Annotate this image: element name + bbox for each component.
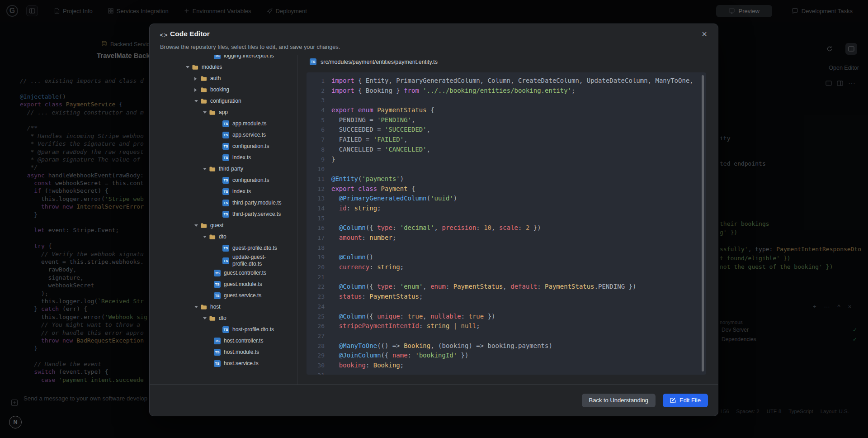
tree-file-guest.service.ts[interactable]: TSguest.service.ts (150, 290, 297, 301)
code-line: 28 @ManyToOne(() => Booking, (booking) =… (309, 341, 706, 351)
code-text (331, 95, 335, 105)
chevron-down-icon[interactable] (194, 100, 200, 102)
tree-file-guest.module.ts[interactable]: TSguest.module.ts (150, 279, 297, 290)
tree-folder-dto[interactable]: dto (150, 231, 297, 243)
line-number: 10 (309, 164, 325, 174)
tree-item-label: host-profile.dto.ts (232, 326, 297, 333)
tree-folder-configuration[interactable]: configuration (150, 95, 297, 107)
tree-file-index.ts[interactable]: TSindex.ts (150, 186, 297, 197)
edit-file-button[interactable]: Edit File (663, 394, 708, 407)
code-text (331, 164, 335, 174)
tree-file-third-party.service.ts[interactable]: TSthird-party.service.ts (150, 209, 297, 220)
code-text: amount: number; (331, 233, 396, 243)
tree-file-update-guest-profile.dto.ts[interactable]: TSupdate-guest-profile.dto.ts (150, 254, 297, 267)
code-line: 12export class Payment { (309, 184, 706, 194)
tree-file-host-profile.dto.ts[interactable]: TShost-profile.dto.ts (150, 324, 297, 335)
tree-folder-dto[interactable]: dto (150, 313, 297, 324)
tree-item-label: app (219, 109, 297, 116)
line-number: 19 (309, 252, 325, 262)
tree-file-guest.controller.ts[interactable]: TSguest.controller.ts (150, 267, 297, 279)
code-text: @JoinColumn({ name: 'bookingId' }) (331, 351, 468, 361)
code-line: 20 currency: string; (309, 262, 706, 272)
code-text: @Column({ unique: true, nullable: true }… (331, 312, 495, 322)
code-scrollbar[interactable] (702, 75, 704, 371)
typescript-file-icon: TS (214, 55, 221, 59)
line-number: 8 (309, 145, 325, 155)
tree-file-configuration.ts[interactable]: TSconfiguration.ts (150, 175, 297, 186)
code-line: 8 CANCELLED = 'CANCELLED', (309, 145, 706, 155)
code-line: 13 @PrimaryGeneratedColumn('uuid') (309, 194, 706, 204)
back-to-understanding-button[interactable]: Back to Understanding (582, 394, 656, 407)
code-text: import { Entity, PrimaryGeneratedColumn,… (331, 76, 693, 86)
code-text: @Column() (331, 252, 373, 262)
tree-folder-booking[interactable]: booking (150, 84, 297, 95)
tree-file-host.module.ts[interactable]: TShost.module.ts (150, 347, 297, 358)
code-line: 16 @Column({ type: 'decimal', precision:… (309, 223, 706, 233)
tree-file-app.service.ts[interactable]: TSapp.service.ts (150, 129, 297, 141)
file-tree-panel: TSlogging.interceptor.tsmodulesauthbooki… (150, 55, 297, 385)
code-lines: 1import { Entity, PrimaryGeneratedColumn… (309, 76, 706, 375)
tree-folder-auth[interactable]: auth (150, 73, 297, 84)
chevron-down-icon[interactable] (203, 168, 209, 170)
tree-item-label: third-party.module.ts (232, 200, 297, 206)
code-line: 3 (309, 95, 706, 105)
chevron-down-icon[interactable] (203, 111, 209, 114)
folder-icon (200, 87, 207, 93)
tree-file-configuration.ts[interactable]: TSconfiguration.ts (150, 141, 297, 152)
tree-item-label: app.service.ts (232, 132, 297, 138)
tree-item-label: host.service.ts (224, 360, 297, 367)
tree-item-label: guest (210, 222, 297, 229)
typescript-file-icon: TS (222, 177, 229, 184)
code-line: 7 FAILED = 'FAILED', (309, 135, 706, 145)
code-text: @Column({ type: 'decimal', precision: 10… (331, 223, 541, 233)
code-text: booking: Booking; (331, 361, 404, 371)
close-icon[interactable]: × (698, 28, 711, 40)
code-text (331, 371, 335, 375)
tree-file-host.service.ts[interactable]: TShost.service.ts (150, 358, 297, 369)
line-number: 6 (309, 125, 325, 135)
file-tree: TSlogging.interceptor.tsmodulesauthbooki… (150, 55, 297, 369)
typescript-file-icon: TS (222, 200, 229, 206)
modal-title: Code Editor (170, 30, 210, 38)
typescript-file-icon: TS (222, 154, 229, 161)
chevron-down-icon[interactable] (186, 66, 192, 68)
tree-file-third-party.module.ts[interactable]: TSthird-party.module.ts (150, 197, 297, 209)
folder-icon (192, 64, 198, 70)
tree-folder-host[interactable]: host (150, 301, 297, 313)
edit-file-label: Edit File (679, 397, 701, 404)
code-line: 22 @Column({ type: 'enum', enum: Payment… (309, 282, 706, 292)
line-number: 18 (309, 243, 325, 253)
chevron-right-icon[interactable] (194, 77, 200, 81)
tree-file-host.controller.ts[interactable]: TShost.controller.ts (150, 335, 297, 347)
chevron-down-icon[interactable] (203, 317, 209, 319)
chevron-down-icon[interactable] (194, 306, 200, 308)
typescript-file-icon: TS (214, 349, 221, 356)
typescript-file-icon: TS (222, 211, 229, 218)
tree-item-label: third-party.service.ts (232, 211, 297, 218)
tree-file-guest-profile.dto.ts[interactable]: TSguest-profile.dto.ts (150, 243, 297, 254)
code-text: export enum PaymentStatus { (331, 105, 434, 115)
chevron-down-icon[interactable] (203, 236, 209, 238)
line-number: 30 (309, 361, 325, 371)
tree-folder-guest[interactable]: guest (150, 220, 297, 231)
code-text: @PrimaryGeneratedColumn('uuid') (331, 194, 457, 204)
code-text (331, 243, 335, 253)
code-line: 2import { Booking } from '../../booking/… (309, 86, 706, 96)
tree-file-logging.interceptor.ts[interactable]: TSlogging.interceptor.ts (150, 55, 297, 62)
tree-file-app.module.ts[interactable]: TSapp.module.ts (150, 118, 297, 129)
chevron-right-icon[interactable] (194, 88, 200, 92)
code-line: 27 (309, 331, 706, 341)
tree-item-label: dto (219, 233, 297, 240)
code-line: 26 stripePaymentIntentId: string | null; (309, 321, 706, 331)
tree-item-label: booking (210, 86, 297, 93)
code-line: 5 PENDING = 'PENDING', (309, 115, 706, 125)
code-line: 4export enum PaymentStatus { (309, 105, 706, 115)
code-line: 17 amount: number; (309, 233, 706, 243)
code-text: currency: string; (331, 262, 404, 272)
tree-folder-modules[interactable]: modules (150, 62, 297, 73)
tree-folder-app[interactable]: app (150, 107, 297, 118)
chevron-down-icon[interactable] (194, 224, 200, 227)
tree-file-index.ts[interactable]: TSindex.ts (150, 152, 297, 163)
tree-folder-third-party[interactable]: third-party (150, 163, 297, 175)
line-number: 16 (309, 223, 325, 233)
